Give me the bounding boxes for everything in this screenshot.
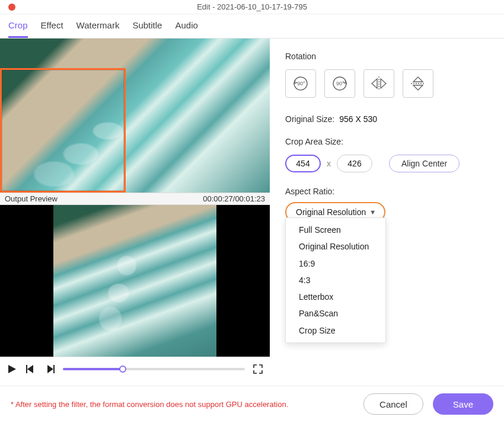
aspect-option-original-resolution[interactable]: Original Resolution <box>286 238 385 255</box>
crop-size-row: x Align Center <box>285 155 490 172</box>
rotation-label: Rotation <box>285 52 490 61</box>
svg-marker-14 <box>413 85 423 90</box>
output-preview <box>0 205 270 357</box>
main-area: Output Preview 00:00:27/00:01:23 <box>0 39 504 386</box>
original-size-value: 956 X 530 <box>339 114 377 124</box>
gpu-warning: * After setting the filter, the format c… <box>11 400 288 409</box>
timecode: 00:00:27/00:01:23 <box>203 194 265 203</box>
flip-vertical-button[interactable] <box>403 69 433 98</box>
svg-marker-1 <box>27 365 33 373</box>
aspect-option-4-3[interactable]: 4:3 <box>286 272 385 289</box>
aspect-option-letterbox[interactable]: Letterbox <box>286 289 385 305</box>
transport-controls <box>0 357 270 380</box>
aspect-option-full-screen[interactable]: Full Screen <box>286 222 385 238</box>
fullscreen-button[interactable] <box>252 363 264 375</box>
aspect-option-pan-scan[interactable]: Pan&Scan <box>286 305 385 322</box>
titlebar: Edit - 2021-06-10_10-17-19-795 <box>0 0 504 14</box>
flip-horizontal-button[interactable] <box>363 69 394 98</box>
tab-audio[interactable]: Audio <box>175 20 197 38</box>
size-separator: x <box>327 159 331 168</box>
svg-rect-4 <box>53 365 55 373</box>
settings-panel: Rotation 90° 90° <box>270 39 504 386</box>
svg-marker-0 <box>8 365 16 373</box>
tab-crop[interactable]: Crop <box>8 20 28 38</box>
close-window-button[interactable] <box>8 4 15 11</box>
footer: * After setting the filter, the format c… <box>0 386 504 423</box>
playhead-fill <box>63 368 123 370</box>
editor-tabs: Crop Effect Watermark Subtitle Audio <box>0 14 504 39</box>
svg-marker-11 <box>381 79 386 88</box>
aspect-ratio-label: Aspect Ratio: <box>285 187 490 196</box>
crop-width-input[interactable] <box>285 155 321 172</box>
align-center-button[interactable]: Align Center <box>389 155 460 172</box>
aspect-ratio-selected: Original Resolution <box>296 207 366 217</box>
cancel-button[interactable]: Cancel <box>363 393 423 415</box>
crop-area-label: Crop Area Size: <box>285 137 490 146</box>
rotate-right-90-button[interactable]: 90° <box>324 69 355 98</box>
svg-text:90°: 90° <box>297 81 305 86</box>
tab-subtitle[interactable]: Subtitle <box>132 20 162 38</box>
svg-marker-3 <box>47 365 53 373</box>
left-pane: Output Preview 00:00:27/00:01:23 <box>0 39 270 386</box>
preview-info-bar: Output Preview 00:00:27/00:01:23 <box>0 193 270 205</box>
play-button[interactable] <box>6 363 18 375</box>
tab-effect[interactable]: Effect <box>41 20 63 38</box>
svg-marker-10 <box>372 79 377 88</box>
aspect-option-16-9[interactable]: 16:9 <box>286 255 385 272</box>
aspect-ratio-dropdown[interactable]: Full Screen Original Resolution 16:9 4:3… <box>285 217 386 343</box>
playhead-slider[interactable] <box>63 368 245 370</box>
rotation-buttons: 90° 90° <box>285 69 490 98</box>
crop-height-input[interactable] <box>337 155 372 172</box>
svg-marker-13 <box>413 77 423 82</box>
svg-rect-2 <box>26 365 27 373</box>
window-title: Edit - 2021-06-10_10-17-19-795 <box>0 2 504 11</box>
save-button[interactable]: Save <box>433 393 493 415</box>
output-preview-frame <box>53 205 216 357</box>
playhead-thumb[interactable] <box>119 366 126 373</box>
step-back-button[interactable] <box>25 363 37 375</box>
original-size-row: Original Size: 956 X 530 <box>285 114 490 124</box>
tab-watermark[interactable]: Watermark <box>76 20 120 38</box>
original-size-label: Original Size: <box>285 114 334 124</box>
svg-text:90°: 90° <box>336 81 344 86</box>
crop-rectangle[interactable] <box>0 68 126 193</box>
crop-canvas[interactable] <box>0 39 270 193</box>
chevron-down-icon: ▼ <box>369 209 376 216</box>
aspect-option-crop-size[interactable]: Crop Size <box>286 322 385 339</box>
footer-buttons: Cancel Save <box>363 393 493 415</box>
output-preview-label: Output Preview <box>5 194 58 203</box>
step-forward-button[interactable] <box>44 363 56 375</box>
rotate-left-90-button[interactable]: 90° <box>285 69 316 98</box>
